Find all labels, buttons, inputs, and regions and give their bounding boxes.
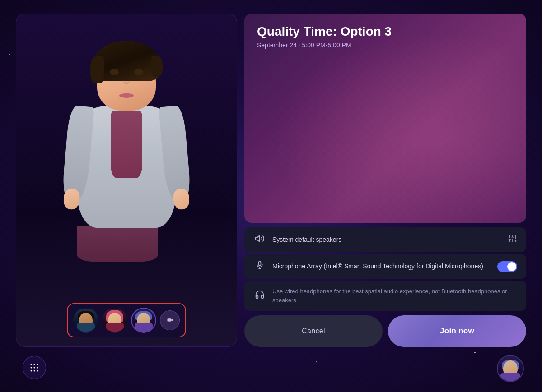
- svg-point-19: [31, 370, 32, 372]
- avatar-eye-left: [110, 69, 119, 75]
- audio-section: System default speakers: [244, 227, 526, 311]
- avatar-arm-right: [159, 105, 192, 202]
- avatar-selector: ✏: [67, 303, 186, 337]
- avatar-jacket: [77, 106, 176, 228]
- avatar-hand-left: [63, 188, 80, 210]
- user-avatar-display: [498, 356, 523, 381]
- microphone-label: Microphone Array (Intel® Smart Sound Tec…: [272, 262, 491, 271]
- avatar-container: [16, 14, 237, 297]
- edit-pencil-icon: ✏: [167, 315, 173, 325]
- speaker-row: System default speakers: [244, 227, 526, 252]
- user-avatar-button[interactable]: [497, 355, 524, 382]
- headphone-hint-text: Use wired headphones for the best spatia…: [272, 287, 517, 304]
- svg-point-21: [37, 370, 38, 372]
- avatar-hand-right: [173, 188, 190, 210]
- action-row: Cancel Join now: [244, 315, 526, 347]
- microphone-icon: [253, 260, 266, 272]
- avatar-lower: [77, 226, 158, 262]
- avatar-nose: [123, 77, 130, 84]
- preview-area: Quality Time: Option 3 September 24 · 5:…: [244, 14, 526, 223]
- event-datetime: September 24 · 5:00 PM-5:00 PM: [257, 42, 514, 49]
- avatar-thumb-2[interactable]: [102, 308, 127, 333]
- svg-point-20: [34, 370, 35, 372]
- svg-point-13: [31, 364, 32, 365]
- svg-point-15: [37, 364, 38, 365]
- svg-point-16: [31, 367, 32, 369]
- svg-point-18: [37, 367, 38, 369]
- edit-avatar-button[interactable]: ✏: [160, 310, 180, 330]
- microphone-row: Microphone Array (Intel® Smart Sound Tec…: [244, 254, 526, 279]
- main-card: ✏ Quality Time: Option 3 September 24 · …: [16, 14, 526, 347]
- dots-menu-button[interactable]: [23, 356, 46, 379]
- right-panel: Quality Time: Option 3 September 24 · 5:…: [244, 14, 526, 347]
- event-title: Quality Time: Option 3: [257, 24, 514, 39]
- avatar-thumb-3[interactable]: [131, 308, 156, 333]
- avatar-shirt: [111, 111, 142, 178]
- svg-point-14: [34, 364, 35, 365]
- join-now-button[interactable]: Join now: [388, 315, 526, 347]
- settings-sliders-icon[interactable]: [508, 234, 517, 245]
- avatar-thumb-1[interactable]: [73, 308, 98, 333]
- avatar-hair-side-left: [90, 56, 104, 83]
- svg-point-17: [34, 367, 35, 369]
- avatar-arm-left: [61, 105, 94, 202]
- speaker-label: System default speakers: [272, 235, 502, 244]
- svg-rect-10: [259, 262, 261, 266]
- avatar-eye-right: [134, 69, 143, 75]
- avatar-hair-side-right: [151, 56, 163, 77]
- avatar-body: [77, 106, 176, 262]
- headphone-hint-row: Use wired headphones for the best spatia…: [244, 281, 526, 311]
- microphone-toggle[interactable]: [497, 261, 517, 272]
- avatar-figure: [54, 38, 199, 273]
- avatar-head: [97, 47, 156, 111]
- avatar-lips: [119, 93, 134, 98]
- cancel-button[interactable]: Cancel: [244, 315, 383, 347]
- headphones-icon: [253, 290, 266, 302]
- dots-grid-icon: [29, 362, 40, 373]
- left-panel: ✏: [16, 14, 237, 347]
- svg-marker-0: [256, 236, 259, 242]
- speaker-icon: [253, 234, 266, 246]
